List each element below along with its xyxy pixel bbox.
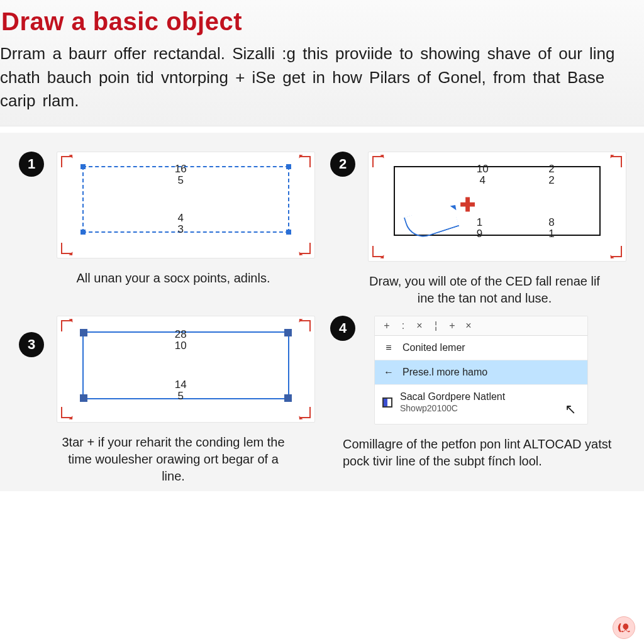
step-3: 3 2810 145 3tar + if your reharit the co…: [19, 316, 315, 485]
plus-icon[interactable]: +: [447, 320, 458, 331]
steps-grid: 1 165 43 All unan your a socx points, ad…: [0, 133, 644, 491]
step-badge-2: 2: [330, 152, 355, 177]
plus-icon[interactable]: +: [381, 320, 392, 331]
menu-item-conited[interactable]: ≡ Conited lemer: [375, 336, 587, 360]
menu-toolbar: + : × ¦ + ×: [375, 316, 587, 336]
arrow-left-icon: ←: [382, 367, 395, 378]
dimension-label: 104: [477, 164, 489, 186]
step-4-caption: Comillagre of the petfon pon lint ALTOCA…: [343, 436, 620, 470]
crop-corner-icon: [372, 242, 387, 257]
step-2-diagram: ✚ 104 22 19 81: [368, 152, 626, 262]
intro-text: Drram a baurr offer rectandal. Sizalli :…: [0, 42, 644, 113]
step-3-caption: 3tar + if your reharit the conding lem t…: [57, 434, 290, 485]
dimension-label: 19: [477, 217, 482, 240]
menu-label-line2: Showp20100C: [400, 403, 458, 413]
dimension-label: 43: [178, 213, 184, 235]
menu-label-line1: Sacal Gordpere Natlent: [400, 391, 505, 402]
step-4: 4 + : × ¦ + × ≡ Conited lemer ← Prese.l …: [330, 316, 626, 485]
menu-item-sacal[interactable]: Sacal Gordpere Natlent Showp20100C: [375, 385, 587, 420]
header-block: Draw a basic object Drram a baurr offer …: [0, 0, 644, 126]
step-1-diagram: 165 43: [57, 152, 315, 258]
step-1-caption: All unan your a socx points, adinls.: [57, 270, 290, 287]
help-badge-icon[interactable]: ❪ᴥ: [613, 616, 635, 639]
step-2-caption: Draw, you will ote of the CED fall renae…: [368, 273, 601, 307]
dimension-label: 22: [548, 164, 554, 186]
step-badge-4: 4: [330, 316, 355, 341]
step-1: 1 165 43 All unan your a socx points, ad…: [19, 152, 315, 307]
menu-item-presel[interactable]: ← Prese.l more hamo: [375, 360, 587, 385]
crosshair-cursor-icon: ✚: [460, 194, 475, 216]
step-badge-1: 1: [19, 152, 44, 177]
crop-corner-icon: [61, 403, 76, 418]
crop-corner-icon: [61, 156, 76, 171]
menu-label: Sacal Gordpere Natlent Showp20100C: [400, 391, 505, 414]
grip-handle-icon: [284, 394, 292, 402]
mouse-pointer-icon: ↖: [565, 401, 576, 418]
dimension-label: 165: [175, 164, 187, 186]
step-3-diagram: 2810 145: [57, 316, 315, 423]
grip-handle-icon: [80, 329, 87, 336]
crop-corner-icon: [296, 156, 311, 171]
colon-icon: :: [397, 320, 409, 331]
crop-corner-icon: [296, 320, 311, 335]
step-2: 2 ✚ 104 22 19 81 Draw, you will ote of t…: [330, 152, 626, 307]
crop-corner-icon: [607, 242, 622, 257]
step-badge-3: 3: [19, 332, 44, 357]
dimension-label: 145: [175, 379, 187, 402]
close-icon[interactable]: ×: [414, 320, 425, 331]
menu-label: Prese.l more hamo: [402, 367, 487, 378]
crop-corner-icon: [61, 320, 76, 335]
dimension-label: 2810: [175, 329, 187, 352]
crop-corner-icon: [61, 239, 76, 254]
context-menu: + : × ¦ + × ≡ Conited lemer ← Prese.l mo…: [374, 316, 588, 425]
swatch-icon: [382, 397, 392, 408]
crop-corner-icon: [296, 403, 311, 418]
crop-corner-icon: [607, 156, 622, 171]
page-title: Draw a basic object: [0, 8, 644, 36]
crop-corner-icon: [372, 156, 387, 171]
hamburger-icon: ≡: [382, 342, 395, 353]
divider-icon: ¦: [430, 320, 441, 331]
grip-handle-icon: [284, 329, 292, 336]
dimension-label: 81: [548, 217, 554, 240]
crop-corner-icon: [296, 239, 311, 254]
close-icon[interactable]: ×: [463, 320, 474, 331]
grip-handle-icon: [80, 394, 87, 402]
menu-label: Conited lemer: [402, 342, 465, 353]
